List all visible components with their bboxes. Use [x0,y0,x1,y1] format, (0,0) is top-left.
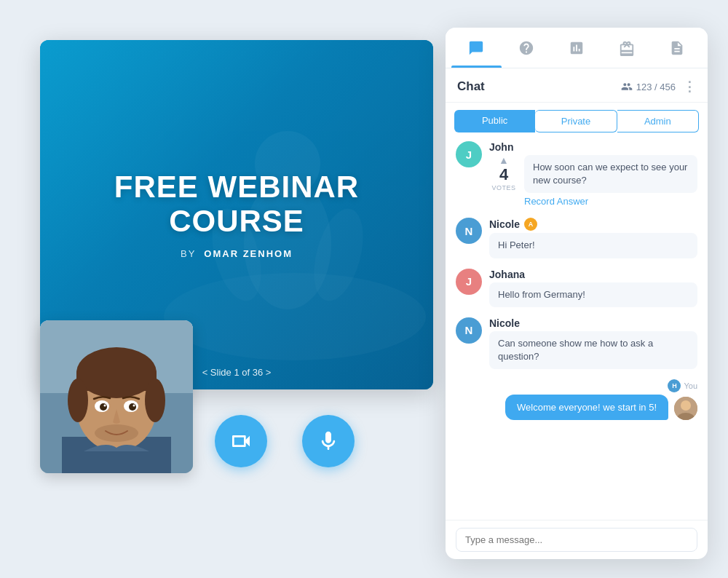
list-item: N Nicole A Hi Peter! [456,218,697,258]
message-bubble: Can someone show me how to ask a questio… [489,331,697,369]
chat-input-area [446,520,708,559]
message-name: Johana [489,269,525,280]
chat-title: Chat [457,79,621,94]
subtab-private[interactable]: Private [535,110,617,132]
tab-gifts[interactable] [601,28,652,68]
self-initial: H [668,379,681,392]
vote-count: 4 [499,165,508,184]
slide-author-prefix: BY [181,248,196,259]
message-bubble: Hi Peter! [489,233,697,258]
list-item: H You Welcome everyone! we start in 5! [456,379,697,420]
subtab-public[interactable]: Public [454,110,535,132]
message-name: Nicole [489,317,520,329]
chat-subtabs: Public Private Admin [446,103,708,132]
chat-input[interactable] [456,528,697,552]
tab-files[interactable] [652,28,702,68]
message-content: Nicole Can someone show me how to ask a … [489,317,697,369]
message-bubble: Hello from Germany! [489,282,697,307]
count-display: 123 / 456 [636,82,676,92]
tab-polls[interactable] [552,28,602,68]
svg-point-20 [133,405,135,407]
chat-header: Chat 123 / 456 ⋮ [446,68,708,103]
slide-nav[interactable]: < Slide 1 of 36 > [202,367,272,378]
message-content: Nicole A Hi Peter! [489,218,697,258]
chat-messages: J John ▲ 4 VOTES How soon can we expect … [446,132,708,520]
vote-label: VOTES [491,184,515,191]
svg-point-18 [129,403,136,411]
mic-button[interactable] [302,415,355,467]
participant-count: 123 / 456 [621,81,676,92]
list-item: N Nicole Can someone show me how to ask … [456,317,697,369]
slide-subtitle: BY OMAR ZENHOM [55,248,419,259]
message-name: Nicole [489,218,520,230]
list-item: J Johana Hello from Germany! [456,269,697,307]
svg-point-13 [68,379,88,422]
slide-author: OMAR ZENHOM [204,248,293,259]
person-thumbnail [40,320,193,473]
self-avatar [674,397,697,420]
more-button[interactable]: ⋮ [683,79,696,95]
tab-questions[interactable] [502,28,552,68]
svg-point-14 [145,379,165,422]
svg-point-19 [104,405,106,407]
message-content: John ▲ 4 VOTES How soon can we expect to… [489,141,697,207]
list-item: J John ▲ 4 VOTES How soon can we expect … [456,141,697,207]
message-name: John [489,141,513,153]
self-label: H You [456,379,697,392]
admin-badge: A [524,218,537,231]
question-bubble: How soon can we expect to see your new c… [524,155,697,193]
self-bubble: Welcome everyone! we start in 5! [505,395,668,420]
avatar: J [456,269,482,295]
upvote-arrow[interactable]: ▲ [499,155,509,165]
self-label-text: You [684,381,697,390]
slide-title: FREE WEBINAR COURSE [55,170,419,237]
chat-panel: Chat 123 / 456 ⋮ Public Private Admin J [446,28,708,559]
avatar: N [456,317,482,344]
vote-box: ▲ 4 VOTES [489,155,518,191]
avatar: J [456,141,482,167]
record-answer-link[interactable]: Record Answer [524,196,588,207]
message-content: Johana Hello from Germany! [489,269,697,307]
tab-chat[interactable] [451,28,502,68]
svg-point-23 [681,400,691,411]
svg-point-17 [100,403,107,411]
camera-button[interactable] [215,415,267,467]
people-icon [621,81,633,92]
svg-rect-12 [76,373,157,391]
subtab-admin[interactable]: Admin [617,110,699,132]
scene: FREE WEBINAR COURSE BY OMAR ZENHOM < Sli… [0,0,728,578]
chat-tabs [446,28,708,68]
svg-point-21 [95,424,138,442]
avatar: N [456,218,482,244]
